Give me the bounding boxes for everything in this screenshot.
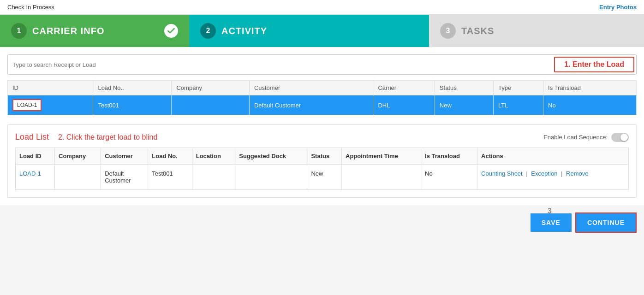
load-sequence-toggle[interactable]: [611, 133, 629, 142]
row-load-id[interactable]: LOAD-1: [16, 165, 55, 190]
col-carrier: Carrier: [373, 81, 435, 95]
col-status: Status: [307, 148, 342, 165]
result-status: New: [435, 95, 493, 115]
step-1-label: CARRIER INFO: [32, 26, 104, 36]
save-button[interactable]: SAVE: [531, 213, 572, 232]
load-list-row[interactable]: LOAD-1 DefaultCustomer Test001 New No Co…: [16, 165, 629, 190]
enable-seq-label: Enable Load Sequence:: [543, 134, 608, 141]
step-1-check-icon: [164, 24, 178, 38]
col-location: Location: [192, 148, 235, 165]
page-header: Check In Process Entry Photos: [0, 0, 644, 15]
load-list-title: Load List: [15, 132, 49, 142]
enable-load-sequence: Enable Load Sequence:: [543, 133, 629, 142]
result-customer: Default Customer: [249, 95, 373, 115]
col-status: Status: [435, 81, 493, 95]
step-2-number: 2: [200, 23, 216, 39]
entry-photos-link[interactable]: Entry Photos: [599, 4, 637, 11]
result-type: LTL: [494, 95, 543, 115]
step-3-number: 3: [440, 23, 456, 39]
row-customer: DefaultCustomer: [101, 165, 148, 190]
col-suggested-dock: Suggested Dock: [235, 148, 307, 165]
row-company: [55, 165, 101, 190]
result-company: [172, 95, 249, 115]
search-area: 1. Enter the Load: [7, 54, 637, 75]
load-list-title-area: Load List 2. Click the target load to bl…: [15, 132, 157, 142]
load-list-subtitle: 2. Click the target load to blind: [58, 133, 157, 142]
col-load-no: Load No.: [148, 148, 192, 165]
result-load-no: Test001: [93, 95, 172, 115]
step-2-label: ACTIVITY: [221, 26, 267, 36]
main-content: 1. Enter the Load ID Load No.. Company C…: [0, 47, 644, 205]
row-location: [192, 165, 235, 190]
load-id-link[interactable]: LOAD-1: [19, 170, 41, 177]
step-2-activity[interactable]: 2 ACTIVITY: [189, 15, 429, 47]
counting-sheet-link[interactable]: Counting Sheet: [481, 170, 523, 177]
row-suggested-dock: [235, 165, 307, 190]
col-customer: Customer: [249, 81, 373, 95]
row-appointment-time: [342, 165, 421, 190]
remove-link[interactable]: Remove: [566, 170, 588, 177]
step-1-carrier-info[interactable]: 1 CARRIER INFO: [0, 15, 189, 47]
load-list-header: Load List 2. Click the target load to bl…: [15, 132, 629, 142]
row-actions: Counting Sheet | Exception | Remove: [477, 165, 629, 190]
exception-link[interactable]: Exception: [531, 170, 557, 177]
col-is-transload: Is Transload: [421, 148, 477, 165]
toggle-knob: [620, 134, 628, 141]
enter-load-hint: 1. Enter the Load: [554, 57, 634, 72]
col-appointment-time: Appointment Time: [342, 148, 421, 165]
col-id: ID: [8, 81, 93, 95]
steps-bar: 1 CARRIER INFO 2 ACTIVITY 3 TASKS: [0, 15, 644, 47]
col-load-no: Load No..: [93, 81, 172, 95]
col-company: Company: [172, 81, 249, 95]
row-status: New: [307, 165, 342, 190]
col-customer: Customer: [101, 148, 148, 165]
row-load-no: Test001: [148, 165, 192, 190]
result-carrier: DHL: [373, 95, 435, 115]
page-title: Check In Process: [7, 4, 54, 11]
load-list-section: Load List 2. Click the target load to bl…: [7, 124, 637, 198]
col-is-transload: Is Transload: [543, 81, 637, 95]
col-type: Type: [494, 81, 543, 95]
result-transload: No: [543, 95, 637, 115]
footer: 3 SAVE CONTINUE: [0, 205, 644, 240]
col-company: Company: [55, 148, 101, 165]
step-1-number: 1: [11, 23, 27, 39]
col-actions: Actions: [477, 148, 629, 165]
step-3-tasks: 3 TASKS: [429, 15, 644, 47]
search-input[interactable]: [8, 58, 552, 72]
result-id: LOAD-1: [8, 95, 93, 115]
row-is-transload: No: [421, 165, 477, 190]
load-list-table: Load ID Company Customer Load No. Locati…: [15, 148, 629, 190]
col-load-id: Load ID: [16, 148, 55, 165]
search-result-row[interactable]: LOAD-1 Test001 Default Customer DHL New …: [8, 95, 637, 115]
load-id-badge: LOAD-1: [12, 99, 42, 111]
search-results-table: ID Load No.. Company Customer Carrier St…: [7, 80, 637, 115]
continue-button[interactable]: CONTINUE: [575, 212, 637, 233]
footer-step-num: 3: [548, 207, 552, 215]
step-3-label: TASKS: [461, 26, 494, 36]
